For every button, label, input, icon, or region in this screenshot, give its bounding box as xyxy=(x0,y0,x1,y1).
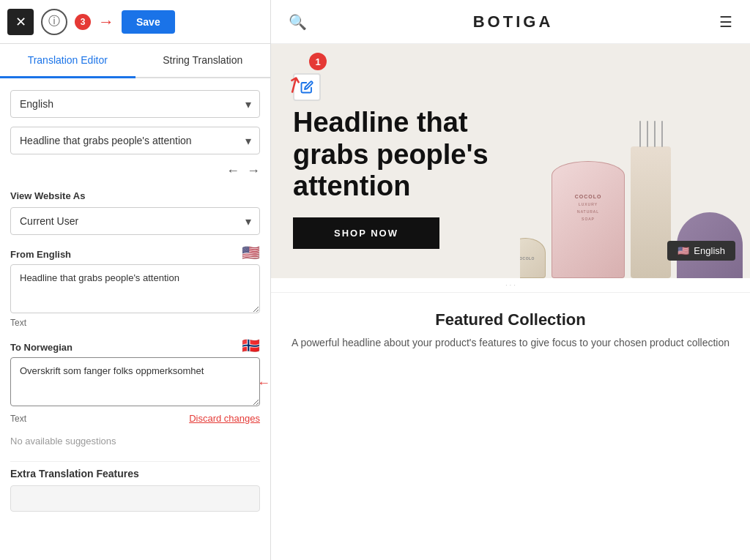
to-norwegian-textarea-wrapper: Overskrift som fanger folks oppmerksomhe… xyxy=(10,357,260,409)
arrow-right-icon: → xyxy=(98,12,114,31)
lang-badge-label: English xyxy=(694,245,725,256)
string-select-wrapper: Headline that grabs people's attention S… xyxy=(10,127,260,154)
from-english-textarea[interactable]: Headline that grabs people's attention xyxy=(10,264,260,313)
nav-arrows: ← → xyxy=(10,163,260,179)
close-button[interactable]: ✕ xyxy=(7,9,34,35)
scroll-divider: · · · xyxy=(271,278,750,292)
save-button[interactable]: Save xyxy=(122,10,175,34)
view-website-as-section: View Website As Current User Guest Admin xyxy=(10,187,260,235)
lang-badge-flag: 🇺🇸 xyxy=(677,245,689,256)
left-panel: ✕ ⓘ 3 → Save Translation Editor String T… xyxy=(0,0,271,560)
to-norwegian-textarea[interactable]: Overskrift som fanger folks oppmerksomhe… xyxy=(10,357,260,406)
from-english-header: From English 🇺🇸 xyxy=(10,244,260,261)
extra-features-title: Extra Translation Features xyxy=(10,461,260,479)
to-norwegian-footer: Text Discard changes xyxy=(10,412,260,424)
view-as-select[interactable]: Current User Guest Admin xyxy=(10,207,260,235)
to-norwegian-header: To Norwegian 🇳🇴 xyxy=(10,337,260,354)
extra-features-input[interactable] xyxy=(10,485,260,512)
step1-badge: 1 xyxy=(309,53,327,70)
step-badge: 3 xyxy=(75,14,91,30)
no-suggestions-text: No available suggestions xyxy=(10,436,260,447)
panel-content: English Norwegian French Spanish Headlin… xyxy=(0,78,270,523)
nav-forward-button[interactable]: → xyxy=(247,163,260,179)
tab-translation-editor[interactable]: Translation Editor xyxy=(0,44,135,78)
featured-title: Featured Collection xyxy=(289,310,732,329)
hero-section: 1 ↙ Headline that grabs people's attenti… xyxy=(271,44,750,278)
nav-back-button[interactable]: ← xyxy=(226,163,240,179)
site-header: 🔍 BOTIGA ☰ xyxy=(271,0,750,44)
no-flag-icon: 🇳🇴 xyxy=(242,337,260,354)
arrow-left-icon: ← xyxy=(257,376,270,391)
featured-subtitle: A powerful headline about your product's… xyxy=(289,335,732,351)
view-as-select-wrapper: Current User Guest Admin xyxy=(10,207,260,235)
site-logo: BOTIGA xyxy=(473,12,554,31)
info-button[interactable]: ⓘ xyxy=(41,9,67,35)
right-panel: 🔍 BOTIGA ☰ 1 ↙ Headline that grabs peop xyxy=(271,0,750,560)
hamburger-icon[interactable]: ☰ xyxy=(719,13,732,31)
language-badge[interactable]: 🇺🇸 English xyxy=(667,241,735,261)
extra-features-section: Extra Translation Features xyxy=(10,455,260,512)
site-preview: 1 ↙ Headline that grabs people's attenti… xyxy=(271,44,750,560)
featured-section: Featured Collection A powerful headline … xyxy=(271,292,750,368)
language-select-wrapper: English Norwegian French Spanish xyxy=(10,90,260,118)
string-select[interactable]: Headline that grabs people's attention S… xyxy=(10,127,260,154)
top-bar: ✕ ⓘ 3 → Save xyxy=(0,0,270,44)
view-website-as-label: View Website As xyxy=(10,190,260,201)
to-norwegian-section: To Norwegian 🇳🇴 Overskrift som fanger fo… xyxy=(10,337,260,424)
tabs: Translation Editor String Translation xyxy=(0,44,270,78)
us-flag-icon: 🇺🇸 xyxy=(242,244,260,261)
hero-headline: Headline that grabs people's attention xyxy=(293,107,520,203)
discard-changes-button[interactable]: Discard changes xyxy=(189,413,260,424)
to-norwegian-label: To Norwegian xyxy=(10,342,73,353)
language-select[interactable]: English Norwegian French Spanish xyxy=(10,90,260,118)
hero-content: Headline that grabs people's attention S… xyxy=(271,44,535,278)
from-english-label: From English xyxy=(10,249,71,260)
tab-string-translation[interactable]: String Translation xyxy=(135,44,271,78)
from-english-section: From English 🇺🇸 Headline that grabs peop… xyxy=(10,244,260,328)
info-icon: ⓘ xyxy=(48,14,60,29)
from-english-type: Text xyxy=(10,318,260,328)
search-icon[interactable]: 🔍 xyxy=(289,13,307,31)
shop-now-button[interactable]: SHOP NOW xyxy=(293,217,439,249)
step1-annotation: 1 xyxy=(309,53,327,70)
to-norwegian-type: Text xyxy=(10,414,26,424)
